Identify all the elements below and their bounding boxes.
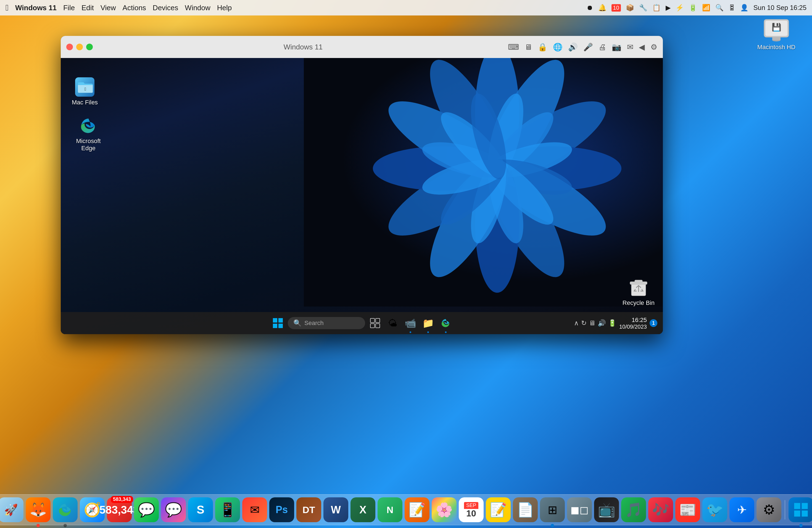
- vm-toolbar-mic[interactable]: 🎤: [583, 43, 593, 52]
- dock-item-word[interactable]: W: [323, 497, 348, 522]
- dock-item-excel[interactable]: X: [350, 497, 375, 522]
- win11-edge-icon[interactable]: Microsoft Edge: [69, 113, 108, 155]
- win11-explorer-icon[interactable]: 📁: [420, 316, 436, 331]
- devices-menu[interactable]: Devices: [153, 4, 178, 12]
- dock-item-edge[interactable]: [53, 497, 77, 522]
- svg-rect-41: [376, 324, 380, 328]
- dock-item-photoshop[interactable]: Ps: [269, 497, 294, 522]
- vm-toolbar-camera[interactable]: 📷: [612, 43, 621, 52]
- win11-search-bar[interactable]: 🔍 Search: [288, 317, 365, 329]
- menubar-time: Sun 10 Sep 16:25: [753, 4, 807, 12]
- view-menu[interactable]: View: [101, 4, 116, 12]
- controlcenter-icon[interactable]: 🎛: [729, 4, 735, 12]
- vm-toolbar-screen[interactable]: 🖥: [524, 43, 532, 52]
- win11-display-icon[interactable]: 🖥: [589, 319, 595, 327]
- win11-taskbar-edge[interactable]: [438, 316, 453, 331]
- mac-files-label: Mac Files: [72, 99, 98, 106]
- win11-clock[interactable]: 16:25 10/09/2023: [619, 317, 647, 330]
- dock-item-messages[interactable]: 💬: [134, 497, 159, 522]
- dock-item-testflight[interactable]: ✈: [729, 497, 754, 522]
- screen-record-icon[interactable]: ⏺: [586, 4, 593, 12]
- dock-item-airmail[interactable]: ✉: [242, 497, 267, 522]
- dock-item-whatsapp[interactable]: 📱: [215, 497, 240, 522]
- vm-close-button[interactable]: [66, 44, 73, 50]
- notification-icon[interactable]: 🔔: [598, 4, 607, 12]
- dock-item-devonthink[interactable]: DT: [296, 497, 321, 522]
- win11-weather-icon[interactable]: 🌤: [385, 316, 401, 331]
- win11-battery-icon[interactable]: 🔋: [608, 319, 617, 327]
- win11-taskbar: 🔍 Search 🌤: [61, 312, 663, 334]
- vm-toolbar-print[interactable]: 🖨: [598, 43, 606, 52]
- clipboard-icon[interactable]: 📋: [652, 4, 661, 12]
- dock-item-music[interactable]: 🎶: [648, 497, 673, 522]
- bluetooth-icon[interactable]: ⚡: [676, 4, 684, 12]
- win11-task-view[interactable]: [367, 316, 383, 331]
- win11-volume-icon[interactable]: 🔊: [598, 319, 606, 327]
- dock-item-windows[interactable]: [788, 497, 812, 522]
- vm-toolbar: ⌨ 🖥 🔒 🌐 🔊 🎤 🖨 📷 ✉ ◀ ⚙: [508, 43, 657, 52]
- dock-item-launchpad[interactable]: 🚀: [0, 497, 24, 522]
- dock-item-sysprefs[interactable]: ⚙: [756, 497, 781, 522]
- vm-toolbar-back[interactable]: ◀: [639, 43, 645, 52]
- vm-toolbar-settings[interactable]: ⚙: [650, 43, 657, 52]
- win11-search-text: Search: [304, 320, 324, 327]
- dock-divider: [785, 500, 785, 519]
- play-icon[interactable]: ▶: [666, 4, 671, 12]
- dock-item-messenger[interactable]: 💬: [161, 497, 186, 522]
- dropbox-icon[interactable]: 📦: [626, 4, 634, 12]
- file-menu[interactable]: File: [63, 4, 75, 12]
- win11-chevron-icon[interactable]: ∧: [574, 319, 579, 327]
- dock-item-vmware[interactable]: ⊞: [540, 497, 565, 522]
- win11-systray-icons: ∧ ↻ 🖥 🔊 🔋: [574, 319, 617, 327]
- vm-toolbar-lock[interactable]: 🔒: [538, 43, 547, 52]
- vm-window: Windows 11 ⌨ 🖥 🔒 🌐 🔊 🎤 🖨 📷 ✉ ◀ ⚙: [61, 36, 663, 334]
- apple-menu[interactable]: : [5, 3, 9, 12]
- dock-item-pages[interactable]: 📝: [405, 497, 430, 522]
- edit-menu[interactable]: Edit: [82, 4, 94, 12]
- search-icon[interactable]: 🔍: [715, 4, 724, 12]
- actions-menu[interactable]: Actions: [122, 4, 146, 12]
- svg-rect-34: [273, 318, 277, 323]
- window-menu[interactable]: Window: [185, 4, 210, 12]
- win11-clock-time: 16:25: [619, 317, 647, 324]
- win11-notification-badge[interactable]: 1: [650, 319, 657, 327]
- vm-toolbar-sound[interactable]: 🔊: [568, 43, 578, 52]
- wifi-icon[interactable]: 📶: [702, 4, 710, 12]
- vm-toolbar-mail[interactable]: ✉: [627, 43, 633, 52]
- macintosh-hd-icon[interactable]: 💾 Macintosh HD: [757, 17, 795, 51]
- dock-item-news[interactable]: 📰: [675, 497, 700, 522]
- app-name[interactable]: Windows 11: [15, 4, 57, 12]
- dock-item-photos[interactable]: 🌸: [432, 497, 456, 522]
- win11-sync-icon[interactable]: ↻: [581, 319, 586, 327]
- win11-mac-files-icon[interactable]:  Mac Files: [69, 75, 101, 109]
- win11-start-button[interactable]: [270, 316, 286, 331]
- dock-item-notes[interactable]: 📝: [486, 497, 511, 522]
- vm-minimize-button[interactable]: [76, 44, 83, 50]
- mac-menubar:  Windows 11 File Edit View Actions Devi…: [0, 0, 812, 15]
- svg-rect-39: [376, 318, 380, 323]
- vm-toolbar-globe[interactable]: 🌐: [553, 43, 563, 52]
- dock-item-tv[interactable]: 📺: [594, 497, 619, 522]
- dock-item-parallels[interactable]: ◼◻: [567, 497, 592, 522]
- help-menu[interactable]: Help: [217, 4, 232, 12]
- dock-item-firefox[interactable]: 🦊: [26, 497, 50, 522]
- win11-systray: ∧ ↻ 🖥 🔊 🔋 16:25 10/09/2023 1: [574, 317, 657, 330]
- win11-teams-icon[interactable]: 📹: [403, 316, 418, 331]
- dock-item-numbers[interactable]: N: [378, 497, 402, 522]
- win11-recycle-bin[interactable]: Recycle Bin: [623, 278, 655, 307]
- user-icon[interactable]: 👤: [740, 4, 749, 12]
- battery-icon[interactable]: 🔋: [689, 4, 697, 12]
- vm-maximize-button[interactable]: [86, 44, 93, 50]
- dock-item-calendar[interactable]: SEP 10: [459, 497, 483, 522]
- tools-icon[interactable]: 🔧: [639, 4, 648, 12]
- svg-rect-42: [794, 503, 800, 509]
- win11-clock-date: 10/09/2023: [619, 324, 647, 330]
- badge-icon[interactable]: 10: [611, 4, 621, 12]
- dock-item-skype[interactable]: S: [188, 497, 213, 522]
- dock-item-mail[interactable]: 583,343 583,343: [107, 497, 132, 522]
- vm-toolbar-keyboard[interactable]: ⌨: [508, 43, 519, 52]
- dock-item-twitter[interactable]: 🐦: [702, 497, 727, 522]
- dock-item-textedit[interactable]: 📄: [513, 497, 538, 522]
- svg-rect-36: [273, 324, 277, 328]
- dock-item-spotify[interactable]: 🎵: [621, 497, 646, 522]
